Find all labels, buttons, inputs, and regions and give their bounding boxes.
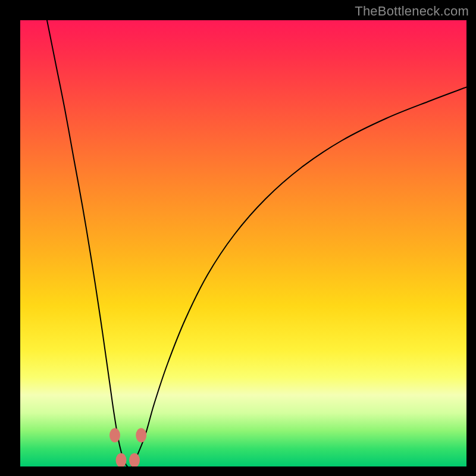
bottleneck-curve xyxy=(47,20,466,466)
curve-marker xyxy=(136,428,146,443)
chart-stage: TheBottleneck.com xyxy=(0,0,476,476)
watermark-text: TheBottleneck.com xyxy=(355,4,469,19)
plot-area xyxy=(20,20,466,466)
curve-marker xyxy=(109,428,120,443)
curve-marker xyxy=(129,453,140,467)
curve-svg xyxy=(20,20,466,466)
curve-marker xyxy=(116,453,127,467)
